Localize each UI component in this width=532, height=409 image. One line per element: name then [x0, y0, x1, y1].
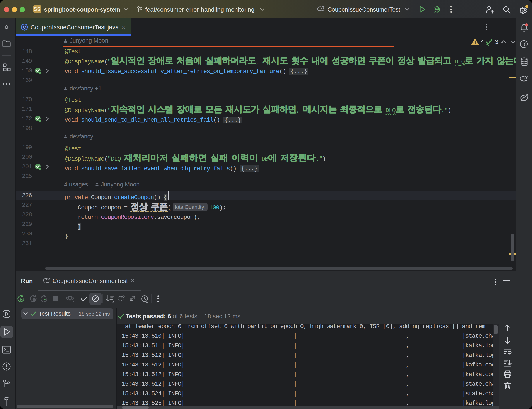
- svg-text:C: C: [23, 25, 26, 29]
